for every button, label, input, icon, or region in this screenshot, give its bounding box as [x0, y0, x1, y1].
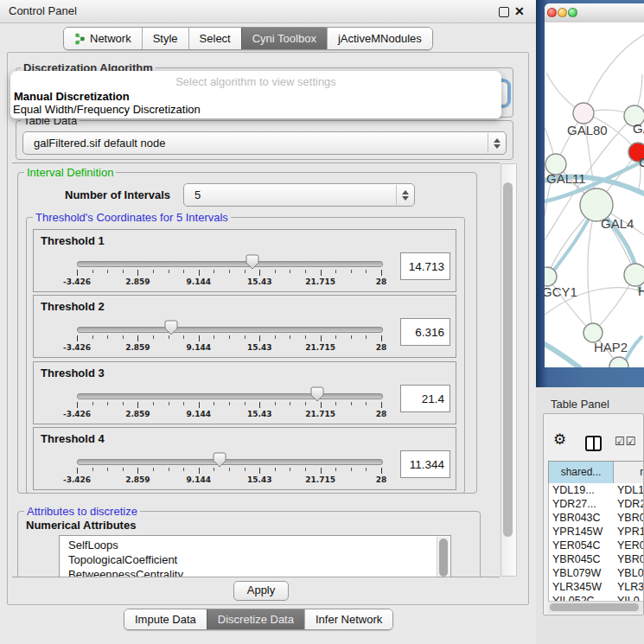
slider-tick-labels: -3.4262.8599.14415.4321.71528 [77, 277, 381, 286]
scrollbar-thumb[interactable] [503, 182, 513, 537]
network-icon [74, 33, 86, 45]
threshold-panels: Threshold 1 -3.4262.8599.14415.4321.7152… [33, 229, 456, 490]
network-node-label: GAL4 [601, 216, 634, 231]
table-row[interactable]: YBR043CYBR0 [549, 511, 644, 525]
network-node-label: GAL80 [567, 123, 608, 137]
tab-label: jActiveMNodules [338, 32, 422, 45]
slider-ticks [77, 335, 381, 342]
float-window-icon[interactable] [499, 7, 509, 17]
tab-select[interactable]: Select [188, 28, 241, 49]
settings-vertical-scrollbar[interactable] [501, 163, 517, 577]
tab-network[interactable]: Network [64, 28, 142, 49]
tab-label: Infer Network [316, 613, 382, 626]
tab-style[interactable]: Style [142, 28, 188, 49]
threshold-slider-track[interactable] [77, 327, 383, 333]
scrollbar-thumb[interactable] [550, 603, 639, 611]
tab-label: Select [200, 32, 231, 45]
table-row[interactable]: YLR345WYLR3 [549, 580, 644, 594]
numerical-attributes-heading: Numerical Attributes [26, 519, 136, 532]
list-items: SelfLoopsTopologicalCoefficientBetweenne… [60, 538, 437, 577]
column-header-name[interactable]: na [614, 462, 644, 483]
network-node-label: H [638, 284, 644, 298]
table-data-combobox[interactable]: galFiltered.sif default node [22, 131, 507, 155]
threshold-slider-thumb[interactable] [245, 254, 259, 270]
apply-button[interactable]: Apply [233, 581, 289, 601]
gear-icon[interactable]: ⚙ [553, 432, 566, 447]
zoom-traffic-light-icon[interactable] [568, 8, 577, 17]
slider-ticks [77, 402, 381, 409]
network-node-label: HAP2 [594, 340, 628, 354]
threshold-panel: Threshold 2 -3.4262.8599.14415.4321.7152… [33, 295, 456, 358]
threshold-panel: Threshold 1 -3.4262.8599.14415.4321.7152… [33, 229, 456, 292]
network-canvas[interactable]: GAL80GACGAL11GAL4GCY1HHAP2 [545, 22, 644, 367]
dropdown-option-manual-discretization[interactable]: Manual Discretization [14, 90, 130, 103]
bottom-tab-bar: Impute Data Discretize Data Infer Networ… [124, 609, 393, 630]
tab-jactivemnodules[interactable]: jActiveMNodules [327, 28, 432, 49]
tab-label: Style [153, 32, 178, 45]
threshold-slider-thumb[interactable] [310, 386, 324, 402]
tab-cyni-toolbox[interactable]: Cyni Toolbox [241, 28, 327, 49]
dropdown-option-equal-width-frequency[interactable]: Equal Width/Frequency Discretization [13, 103, 201, 116]
list-scrollbar[interactable] [437, 537, 450, 577]
node-table-header: shared... na [548, 461, 644, 484]
number-of-intervals-combobox[interactable]: 5 [183, 183, 415, 207]
checkbox-icons[interactable]: ☑☑ [615, 435, 636, 448]
algorithm-dropdown-popup: Select algorithm to view settings Manual… [10, 71, 501, 118]
stepper-arrows-icon [396, 185, 413, 205]
threshold-label: Threshold 4 [41, 432, 105, 445]
column-visibility-icon[interactable] [585, 436, 602, 451]
tab-label: Impute Data [135, 613, 196, 626]
threshold-value-field[interactable]: 6.316 [400, 318, 450, 346]
tab-label: Network [90, 32, 131, 45]
threshold-slider-thumb[interactable] [213, 452, 226, 468]
threshold-panel: Threshold 4 -3.4262.8599.14415.4321.7152… [33, 427, 456, 490]
tab-infer-network[interactable]: Infer Network [304, 609, 392, 629]
table-row[interactable]: YER054CYER0 [549, 539, 644, 552]
threshold-value-field[interactable]: 11.344 [400, 450, 450, 478]
table-row[interactable]: YPR145WYPR1 [549, 525, 644, 539]
attribute-list-item[interactable]: SelfLoops [60, 538, 437, 552]
slider-tick-labels: -3.4262.8599.14415.4321.71528 [77, 410, 381, 418]
settings-scroll-viewport: Interval Definition Number of Intervals … [12, 163, 500, 577]
table-panel-title: Table Panel [551, 398, 609, 411]
attribute-list-item[interactable]: BetweennessCentrality [60, 567, 437, 577]
table-row[interactable]: YBL079WYBL0 [549, 566, 644, 580]
slider-ticks [77, 468, 381, 475]
tab-impute-data[interactable]: Impute Data [124, 609, 207, 629]
application-window: Control Panel ✕ Network Style Select Cyn… [0, 0, 644, 644]
table-row[interactable]: YDL19...YDL1 [549, 483, 644, 497]
threshold-label: Threshold 2 [41, 300, 105, 313]
slider-tick-labels: -3.4262.8599.14415.4321.71528 [77, 475, 381, 484]
dropdown-hint: Select algorithm to view settings [10, 75, 501, 88]
threshold-slider-thumb[interactable] [164, 320, 178, 335]
network-node-label: C [639, 155, 644, 169]
threshold-slider-track[interactable] [77, 459, 383, 465]
tab-discretize-data[interactable]: Discretize Data [207, 609, 304, 629]
threshold-slider-track[interactable] [77, 261, 383, 267]
threshold-value-field[interactable]: 21.4 [400, 385, 450, 412]
table-horizontal-scrollbar[interactable] [548, 601, 643, 613]
attribute-list-item[interactable]: TopologicalCoefficient [60, 552, 437, 567]
network-node-label: GA [633, 121, 644, 136]
slider-ticks [77, 270, 381, 277]
network-node[interactable] [573, 103, 594, 124]
interval-definition-title: Interval Definition [24, 166, 116, 179]
column-header-shared-name[interactable]: shared... [549, 462, 614, 483]
attributes-group-title: Attributes to discretize [24, 505, 140, 518]
threshold-value-field[interactable]: 14.713 [400, 252, 450, 280]
table-data-value: galFiltered.sif default node [34, 132, 165, 154]
node-table-body: YDL19...YDL1YDR27...YDR2YBR043CYBR0YPR14… [548, 483, 644, 603]
table-row[interactable]: YDR27...YDR2 [549, 497, 644, 511]
threshold-slider-track[interactable] [77, 393, 383, 399]
panel-title: Control Panel [9, 0, 77, 22]
threshold-label: Threshold 1 [41, 234, 105, 247]
numerical-attributes-list: SelfLoopsTopologicalCoefficientBetweenne… [59, 535, 451, 577]
close-traffic-light-icon[interactable] [547, 8, 557, 17]
network-window-titlebar[interactable] [545, 3, 644, 23]
tab-label: Discretize Data [218, 613, 294, 626]
close-icon[interactable]: ✕ [514, 3, 525, 19]
network-node-label: GCY1 [545, 284, 577, 299]
threshold-panel: Threshold 3 -3.4262.8599.14415.4321.7152… [33, 361, 456, 424]
minimize-traffic-light-icon[interactable] [558, 8, 567, 17]
table-row[interactable]: YBR045CYBR0 [549, 552, 644, 566]
